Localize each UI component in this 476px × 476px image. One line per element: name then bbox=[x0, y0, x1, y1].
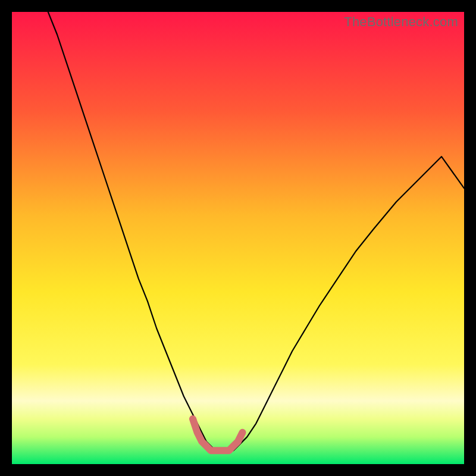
watermark-text: TheBottleneck.com bbox=[344, 14, 458, 30]
gradient-background bbox=[12, 12, 464, 464]
chart-svg bbox=[12, 12, 464, 464]
chart-frame: TheBottleneck.com bbox=[12, 12, 464, 464]
